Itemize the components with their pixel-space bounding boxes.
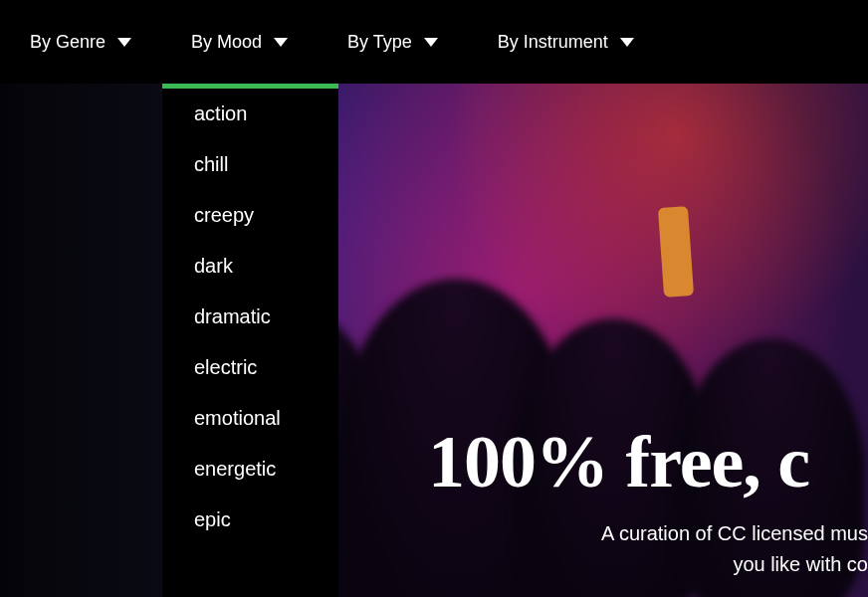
filter-label: By Mood [191, 32, 262, 53]
chevron-down-icon [620, 38, 634, 47]
filter-tab-instrument[interactable]: By Instrument [498, 32, 634, 53]
dropdown-item-creepy[interactable]: creepy [162, 190, 338, 241]
chevron-down-icon [274, 38, 288, 47]
dropdown-item-energetic[interactable]: energetic [162, 444, 338, 495]
filter-tab-genre[interactable]: By Genre [30, 32, 131, 53]
filter-bar: By Genre By Mood By Type By Instrument [0, 0, 868, 84]
chevron-down-icon [117, 38, 131, 47]
chevron-down-icon [424, 38, 438, 47]
dropdown-item-dark[interactable]: dark [162, 241, 338, 292]
dropdown-item-chill[interactable]: chill [162, 139, 338, 190]
dropdown-item-action[interactable]: action [162, 89, 338, 139]
dropdown-item-electric[interactable]: electric [162, 342, 338, 393]
filter-tab-mood[interactable]: By Mood [191, 32, 288, 53]
filter-label: By Instrument [498, 32, 608, 53]
filter-label: By Genre [30, 32, 106, 53]
hero-left-dark-region [0, 84, 163, 597]
hero-title: 100% free, c [428, 420, 868, 504]
filter-label: By Type [347, 32, 412, 53]
hero-text-block: 100% free, c A curation of CC licensed m… [428, 420, 868, 576]
dropdown-item-dramatic[interactable]: dramatic [162, 292, 338, 342]
dropdown-item-emotional[interactable]: emotional [162, 393, 338, 444]
filter-tab-type[interactable]: By Type [347, 32, 438, 53]
hero-subtitle-1: A curation of CC licensed mus [508, 522, 868, 545]
mood-dropdown: action chill creepy dark dramatic electr… [162, 84, 338, 597]
hero-subtitle-2: you like with co [727, 553, 868, 576]
dropdown-item-epic[interactable]: epic [162, 495, 338, 545]
